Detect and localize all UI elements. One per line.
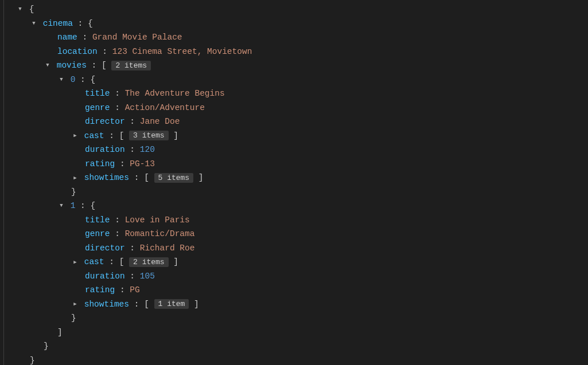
- tree-node-root[interactable]: {: [0, 2, 588, 17]
- colon: :: [110, 215, 125, 225]
- close-bracket: ]: [189, 300, 198, 309]
- tree-leaf-name: name : Grand Movie Palace: [0, 30, 588, 45]
- colon: :: [125, 244, 140, 253]
- chevron-right-icon[interactable]: [71, 301, 79, 307]
- json-index: 0: [71, 75, 76, 84]
- json-key: showtimes: [84, 173, 129, 182]
- json-value: Grand Movie Palace: [92, 33, 182, 42]
- colon: :: [75, 75, 90, 84]
- close-brace: }: [71, 313, 76, 323]
- tree-node-movie-0[interactable]: 0 : {: [0, 73, 588, 87]
- colon: :: [115, 159, 130, 168]
- items-badge: 3 items: [129, 131, 169, 140]
- tree-leaf-location: location : 123 Cinema Street, Movietown: [0, 45, 588, 59]
- colon: :: [110, 103, 125, 112]
- chevron-down-icon[interactable]: [57, 77, 65, 83]
- chevron-down-icon[interactable]: [30, 21, 38, 26]
- open-brace: {: [91, 75, 96, 84]
- json-key: genre: [85, 229, 110, 238]
- tree-node-cast-0[interactable]: cast : [ 3 items ]: [0, 129, 588, 143]
- chevron-down-icon[interactable]: [16, 6, 24, 12]
- json-value: 123 Cinema Street, Movietown: [112, 47, 252, 56]
- colon: :: [125, 145, 140, 154]
- json-key: location: [57, 47, 98, 56]
- json-key: director: [85, 244, 125, 253]
- tree-leaf-genre: genre : Romantic/Drama: [0, 227, 588, 241]
- open-bracket: [: [102, 61, 111, 70]
- close-brace-row: }: [0, 354, 588, 366]
- close-bracket: ]: [169, 131, 178, 140]
- items-badge: 2 items: [111, 61, 151, 70]
- close-brace-row: }: [0, 339, 588, 354]
- tree-node-showtimes-0[interactable]: showtimes : [ 5 items ]: [0, 171, 588, 185]
- close-bracket: ]: [57, 328, 63, 337]
- colon: :: [73, 19, 88, 28]
- open-bracket: [: [144, 173, 154, 182]
- tree-leaf-rating: rating : PG-13: [0, 157, 588, 171]
- json-value: Romantic/Drama: [125, 229, 195, 238]
- tree-node-movie-1[interactable]: 1 : {: [0, 199, 588, 213]
- items-badge: 5 items: [154, 173, 194, 183]
- colon: :: [98, 47, 112, 56]
- json-value: The Adventure Begins: [125, 89, 225, 98]
- colon: :: [104, 257, 119, 266]
- chevron-down-icon[interactable]: [44, 62, 52, 68]
- tree-leaf-director: director : Richard Roe: [0, 241, 588, 256]
- close-bracket: ]: [193, 173, 203, 182]
- json-key: showtimes: [84, 300, 129, 309]
- colon: :: [77, 33, 92, 42]
- colon: :: [125, 272, 140, 281]
- tree-leaf-rating: rating : PG: [0, 283, 588, 297]
- open-brace: {: [88, 19, 93, 28]
- chevron-right-icon[interactable]: [71, 175, 79, 181]
- colon: :: [75, 201, 90, 210]
- tree-node-showtimes-1[interactable]: showtimes : [ 1 item ]: [0, 297, 588, 312]
- tree-leaf-duration: duration : 105: [0, 269, 588, 284]
- open-brace: {: [24, 5, 34, 14]
- items-badge: 1 item: [154, 299, 189, 309]
- json-value: Jane Doe: [140, 117, 180, 126]
- tree-node-cast-1[interactable]: cast : [ 2 items ]: [0, 255, 588, 269]
- gutter-line: [3, 0, 4, 365]
- colon: :: [87, 61, 102, 70]
- colon: :: [129, 300, 144, 309]
- json-value: PG: [130, 285, 139, 295]
- close-bracket: ]: [169, 257, 178, 266]
- close-brace-row: }: [0, 185, 588, 199]
- json-index: 1: [71, 201, 76, 210]
- json-key: duration: [85, 272, 125, 281]
- colon: :: [110, 229, 125, 238]
- json-key: title: [85, 215, 110, 225]
- tree-node-cinema[interactable]: cinema : {: [0, 17, 588, 31]
- json-key: cinema: [43, 19, 73, 28]
- open-bracket: [: [144, 300, 154, 309]
- chevron-right-icon[interactable]: [71, 259, 79, 265]
- chevron-down-icon[interactable]: [57, 203, 65, 209]
- items-badge: 2 items: [129, 257, 169, 267]
- json-value: Action/Adventure: [125, 103, 205, 112]
- open-brace: {: [91, 201, 96, 210]
- tree-node-movies[interactable]: movies : [ 2 items: [0, 58, 588, 73]
- tree-leaf-title: title : The Adventure Begins: [0, 87, 588, 101]
- json-value: PG-13: [130, 159, 155, 168]
- tree-leaf-title: title : Love in Paris: [0, 213, 588, 227]
- close-brace: }: [44, 342, 49, 351]
- chevron-right-icon[interactable]: [71, 132, 79, 139]
- json-tree: { cinema : { name : Grand Movie Palace l…: [0, 0, 588, 365]
- json-key: rating: [85, 285, 115, 295]
- colon: :: [115, 285, 130, 295]
- json-value: 105: [140, 272, 155, 281]
- colon: :: [110, 89, 125, 98]
- close-brace: }: [71, 187, 76, 197]
- colon: :: [129, 173, 144, 182]
- json-value: 120: [140, 145, 155, 154]
- json-value: Richard Roe: [140, 244, 195, 253]
- json-key: rating: [85, 159, 115, 168]
- tree-leaf-genre: genre : Action/Adventure: [0, 101, 588, 115]
- close-brace-row: }: [0, 311, 588, 325]
- json-key: title: [85, 89, 110, 98]
- tree-leaf-director: director : Jane Doe: [0, 115, 588, 129]
- json-key: name: [57, 33, 77, 42]
- json-key: director: [85, 117, 125, 126]
- json-key: movies: [57, 61, 87, 70]
